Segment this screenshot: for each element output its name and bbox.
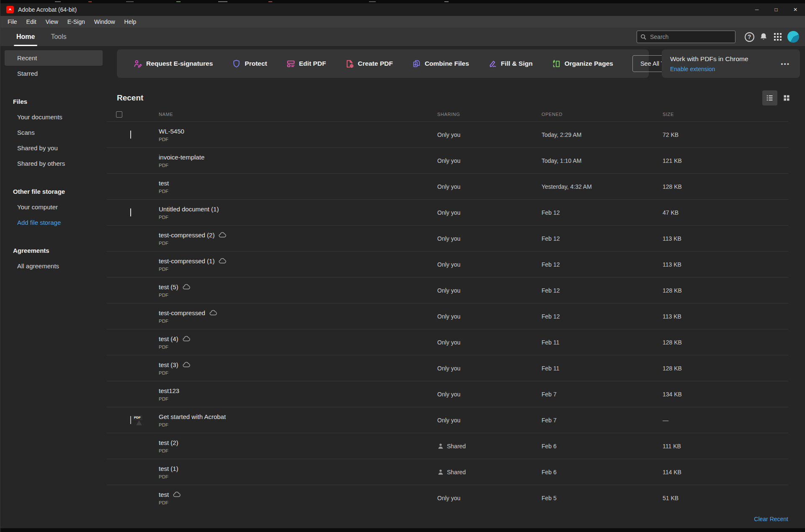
table-row[interactable]: test PDF Only you Yesterday, 4:32 AM 128…	[107, 173, 788, 199]
sidebar-item-scans[interactable]: Scans	[5, 125, 103, 140]
select-all-checkbox[interactable]	[116, 111, 122, 118]
sidebar-item-shared-by-others[interactable]: Shared by others	[5, 156, 103, 171]
table-row[interactable]: test (4) PDF Only you Feb 11 128 KB	[107, 329, 788, 355]
file-name: Get started with Acrobat	[159, 413, 226, 420]
opened-date: Feb 12	[542, 261, 663, 268]
sharing-status: Only you	[437, 209, 460, 216]
file-type-badge: PDF	[159, 396, 437, 401]
minimize-button[interactable]: ─	[747, 3, 766, 16]
table-row[interactable]: test PDF Only you Feb 5 51 KB	[107, 485, 788, 511]
sidebar-item-all-agreements[interactable]: All agreements	[5, 258, 103, 274]
menu-help[interactable]: Help	[120, 16, 141, 28]
file-size: 128 KB	[663, 339, 788, 346]
sidebar-item-add-file-storage[interactable]: Add file storage	[5, 215, 103, 230]
file-name: test (3)	[159, 361, 178, 368]
file-type-badge: PDF	[159, 189, 437, 194]
table-row[interactable]: invoice-template PDF Only you Today, 1:1…	[107, 147, 788, 173]
sidebar-item-your-computer[interactable]: Your computer	[5, 199, 103, 215]
file-size: 128 KB	[663, 183, 788, 190]
file-thumbnail	[130, 208, 131, 216]
file-type-badge: PDF	[159, 370, 437, 375]
sharing-status: Only you	[437, 495, 460, 501]
tool-organize-pages[interactable]: Organize Pages	[552, 59, 613, 68]
opened-date: Feb 12	[542, 235, 663, 242]
menu-file[interactable]: File	[3, 16, 22, 28]
file-name: test (2)	[159, 439, 178, 446]
table-row[interactable]: test (1) PDF Shared Feb 6 114 KB	[107, 459, 788, 485]
tab-home[interactable]: Home	[16, 28, 35, 46]
opened-date: Feb 6	[542, 443, 663, 450]
sharing-status: Only you	[437, 235, 460, 242]
sharing-status: Only you	[437, 131, 460, 138]
sharing-status: Only you	[437, 417, 460, 424]
menu-esign[interactable]: E-Sign	[63, 16, 90, 28]
sidebar-item-your-documents[interactable]: Your documents	[5, 109, 103, 125]
acrobat-logo-icon	[6, 6, 14, 13]
sidebar-header-agreements: Agreements	[0, 243, 107, 258]
maximize-button[interactable]: □	[766, 3, 786, 16]
sidebar-item-shared-by-you[interactable]: Shared by you	[5, 140, 103, 156]
file-type-badge: PDF	[159, 344, 437, 350]
sidebar-header-files: Files	[0, 94, 107, 109]
tool-create-pdf[interactable]: Create PDF	[345, 59, 393, 68]
file-name: invoice-template	[159, 154, 204, 161]
tool-edit-pdf[interactable]: Edit PDF	[286, 59, 326, 68]
sharing-status: Only you	[437, 365, 460, 372]
table-row[interactable]: test-compressed (2) PDF Only you Feb 12 …	[107, 225, 788, 251]
notifications-bell-icon[interactable]	[756, 30, 771, 44]
apps-grid-icon[interactable]	[771, 30, 785, 44]
search-input[interactable]	[650, 33, 732, 40]
enable-extension-link[interactable]: Enable extension	[670, 66, 774, 72]
sidebar-item-starred[interactable]: Starred	[5, 66, 103, 81]
tool-combine-files[interactable]: Combine Files	[412, 59, 469, 68]
file-size: 111 KB	[663, 443, 788, 450]
tool-request-esignatures[interactable]: Request E-signatures	[134, 59, 213, 68]
file-name: test-compressed (1)	[159, 257, 214, 265]
sharing-status: Only you	[437, 313, 460, 320]
file-name: WL-5450	[159, 128, 184, 135]
table-row[interactable]: test (2) PDF Shared Feb 6 111 KB	[107, 433, 788, 459]
tab-tools[interactable]: Tools	[51, 28, 66, 46]
file-thumbnail	[130, 131, 131, 139]
chrome-card-title: Work with PDFs in Chrome	[670, 55, 774, 63]
chrome-card-more-button[interactable]: •••	[774, 60, 797, 67]
file-size: 113 KB	[663, 261, 788, 268]
help-icon[interactable]: ?	[742, 30, 756, 44]
tool-fill-sign[interactable]: Fill & Sign	[488, 59, 533, 68]
table-row[interactable]: test-compressed (1) PDF Only you Feb 12 …	[107, 251, 788, 277]
file-size: 47 KB	[663, 209, 788, 216]
grid-view-toggle[interactable]	[779, 90, 794, 105]
table-row[interactable]: test (3) PDF Only you Feb 11 128 KB	[107, 355, 788, 381]
shared-person-icon	[437, 443, 444, 450]
close-button[interactable]: ✕	[786, 3, 805, 16]
table-row[interactable]: WL-5450 PDF Only you Today, 2:29 AM 72 K…	[107, 121, 788, 147]
table-row[interactable]: Get started with Acrobat PDF Only you Fe…	[107, 407, 788, 433]
cloud-icon	[209, 310, 217, 316]
opened-date: Today, 2:29 AM	[542, 131, 663, 138]
table-row[interactable]: Untitled document (1) PDF Only you Feb 1…	[107, 199, 788, 225]
list-view-toggle[interactable]	[762, 90, 777, 105]
file-type-badge: PDF	[159, 293, 437, 298]
menu-view[interactable]: View	[41, 16, 63, 28]
tool-protect[interactable]: Protect	[232, 59, 267, 68]
table-row[interactable]: test123 PDF Only you Feb 7 134 KB	[107, 381, 788, 407]
file-size: 128 KB	[663, 287, 788, 294]
table-row[interactable]: test (5) PDF Only you Feb 12 128 KB	[107, 277, 788, 303]
clear-recent-link[interactable]: Clear Recent	[754, 516, 788, 522]
opened-date: Feb 7	[542, 391, 663, 398]
opened-date: Yesterday, 4:32 AM	[542, 183, 663, 190]
column-header-sharing: SHARING	[437, 112, 542, 117]
sharing-status: Shared	[447, 469, 466, 475]
file-type-badge: PDF	[159, 474, 437, 479]
file-type-badge: PDF	[159, 241, 437, 246]
sharing-status: Shared	[447, 443, 466, 450]
account-avatar[interactable]	[787, 31, 799, 43]
menu-edit[interactable]: Edit	[22, 16, 41, 28]
menu-window[interactable]: Window	[90, 16, 120, 28]
file-size: 113 KB	[663, 313, 788, 320]
sidebar-item-recent[interactable]: Recent	[5, 50, 103, 66]
chrome-extension-card: Work with PDFs in Chrome Enable extensio…	[662, 49, 800, 78]
file-thumbnail	[130, 416, 131, 424]
table-row[interactable]: test-compressed PDF Only you Feb 12 113 …	[107, 303, 788, 329]
cloud-icon	[219, 232, 226, 238]
